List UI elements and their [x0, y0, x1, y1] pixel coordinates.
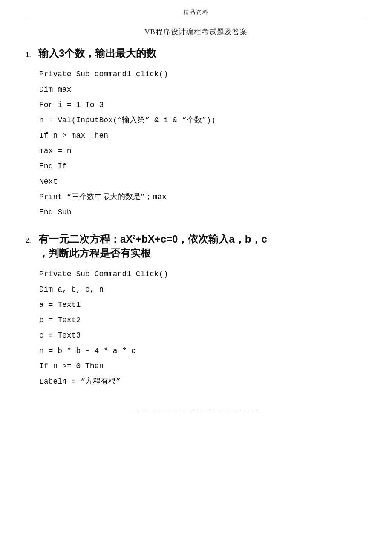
section-1-heading: 1. 输入3个数，输出最大的数 — [26, 46, 366, 61]
code-line: c = Text3 — [39, 328, 366, 343]
section-1-code: Private Sub command1_click() Dim max For… — [26, 66, 366, 220]
code-line: Label4 = “方程有根” — [39, 374, 366, 389]
code-line: End If — [39, 159, 366, 174]
code-line: n = b * b - 4 * a * c — [39, 343, 366, 358]
code-line: b = Text2 — [39, 312, 366, 328]
section-1-title: 输入3个数，输出最大的数 — [38, 46, 156, 61]
code-line: Private Sub command1_click() — [39, 66, 366, 82]
top-label: 精品资料 — [183, 9, 209, 15]
section-2: 2. 有一元二次方程：aX2+bX+c=0，依次输入a，b，c，判断此方程是否有… — [26, 232, 366, 389]
code-line: Dim a, b, c, n — [39, 282, 366, 297]
code-line: n = Val(InputBox(“输入第” & i & “个数”)) — [39, 113, 366, 128]
code-line: Dim max — [39, 82, 366, 97]
section-2-code: Private Sub Command1_Click() Dim a, b, c… — [26, 266, 366, 389]
top-bar: 精品资料 — [26, 9, 366, 19]
code-line: Private Sub Command1_Click() — [39, 266, 366, 282]
section-2-title: 有一元二次方程：aX2+bX+c=0，依次输入a，b，c，判断此方程是否有实根 — [38, 232, 267, 260]
page: 精品资料 VB程序设计编程考试题及答案 1. 输入3个数，输出最大的数 Priv… — [0, 0, 392, 555]
code-line: Next — [39, 174, 366, 189]
bottom-divider: ................................ — [26, 406, 366, 412]
code-line: Print “三个数中最大的数是”；max — [39, 189, 366, 205]
section-2-heading: 2. 有一元二次方程：aX2+bX+c=0，依次输入a，b，c，判断此方程是否有… — [26, 232, 366, 260]
section-1: 1. 输入3个数，输出最大的数 Private Sub command1_cli… — [26, 46, 366, 220]
code-line: End Sub — [39, 205, 366, 220]
code-line: If n > max Then — [39, 128, 366, 143]
code-line: For i = 1 To 3 — [39, 97, 366, 113]
section-2-number: 2. — [26, 236, 35, 245]
code-line: max = n — [39, 143, 366, 159]
code-line: a = Text1 — [39, 297, 366, 312]
page-title: VB程序设计编程考试题及答案 — [26, 27, 366, 37]
section-1-number: 1. — [26, 50, 35, 59]
code-line: If n >= 0 Then — [39, 358, 366, 374]
